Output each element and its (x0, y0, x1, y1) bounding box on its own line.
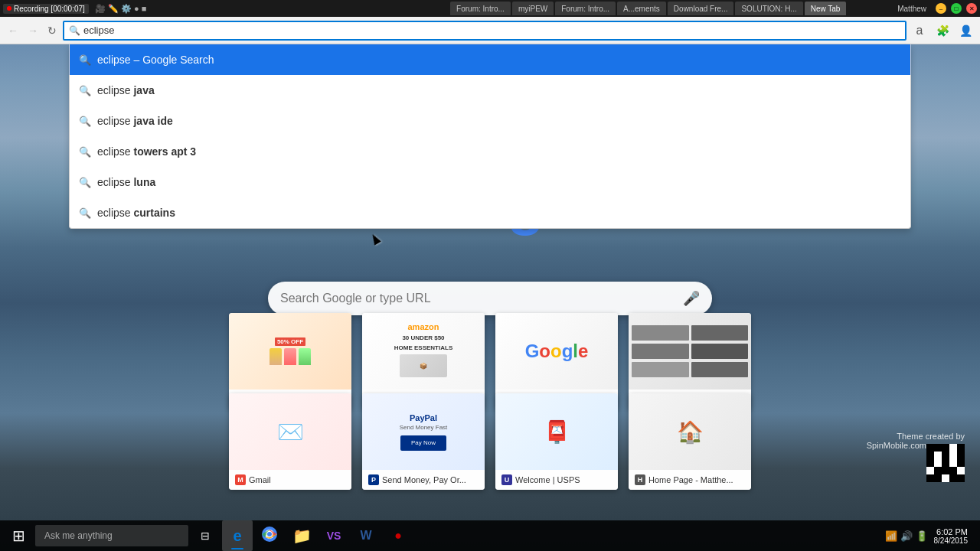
theme-credit-line2: SpinMobile.com (867, 441, 926, 450)
address-search-icon: 🔍 (69, 25, 80, 36)
vs-icon: VS (327, 530, 341, 542)
nav-bar: ← → ↻ 🔍 a 🧩 👤 (0, 17, 980, 44)
back-button[interactable]: ← (5, 21, 21, 40)
nav-right: a 🧩 👤 (910, 21, 975, 41)
theme-credit-line1: Theme created by (897, 432, 965, 441)
mic-button[interactable]: 🎤 (683, 290, 700, 307)
mv-thumbnail-paypal: PayPal Send Money Fast Pay Now (362, 393, 485, 470)
ac-text-3: eclipse java ide (97, 115, 901, 127)
taskbar: ⊞ ⊟ e 📁 VS W ● 📶 🔊 (0, 520, 980, 551)
reload-button[interactable]: ↻ (44, 21, 60, 40)
mv-thumbnail-electronics: 50% OFF (229, 313, 351, 390)
ac-text-1: eclipse – Google Search (97, 54, 901, 66)
autocomplete-item-6[interactable]: 🔍 eclipse curtains (70, 197, 910, 228)
tab-forum2[interactable]: Forum: Intro... (555, 2, 616, 15)
tab-download[interactable]: Download Fre... (668, 2, 734, 15)
ac-text-6: eclipse curtains (97, 207, 901, 219)
minimize-btn[interactable]: – (936, 3, 946, 14)
mv-label-paypal: Send Money, Pay Or... (382, 475, 466, 484)
tray-icon-volume[interactable]: 🔊 (900, 530, 913, 542)
mv-thumbnail-gmail: ✉️ (229, 393, 351, 470)
mv-label-home: Home Page - Matthe... (648, 475, 733, 484)
record-icon: ● (394, 529, 402, 543)
mv-paypal[interactable]: PayPal Send Money Fast Pay Now P Send Mo… (362, 393, 485, 490)
ac-text-4: eclipse towers apt 3 (97, 145, 901, 158)
word-icon: W (360, 529, 371, 543)
maximize-btn[interactable]: □ (951, 3, 962, 14)
close-btn[interactable]: ✕ (966, 3, 977, 14)
task-view-btn[interactable]: ⊟ (190, 520, 220, 551)
most-visited-row2: ✉️ M Gmail PayPal Send Money Fast Pay No… (229, 393, 751, 490)
mv-favicon-usps: U (501, 474, 512, 485)
mv-usps[interactable]: 📮 U Welcome | USPS (495, 393, 618, 490)
taskbar-app-record[interactable]: ● (383, 520, 413, 551)
edge-icon: e (233, 527, 241, 545)
taskbar-app-vs[interactable]: VS (318, 520, 349, 551)
mv-thumbnail-amazon: amazon 30 UNDER $50 HOME ESSENTIALS 📦 (362, 313, 485, 390)
search-icon-3: 🔍 (79, 116, 91, 127)
mv-label-gmail: Gmail (249, 475, 271, 484)
svg-point-3 (267, 532, 272, 536)
mv-thumbnail-google: G o o g l e (495, 313, 618, 390)
clock-time: 6:02 PM (934, 527, 969, 536)
forward-button[interactable]: → (24, 21, 41, 40)
username-label: Matthew (897, 5, 926, 13)
autocomplete-item-1[interactable]: 🔍 eclipse – Google Search (70, 44, 910, 75)
mv-thumbnail-usps: 📮 (495, 393, 618, 470)
address-input[interactable] (83, 24, 900, 36)
title-bar-left: Recording [00:00:07] 🎥 ✏️ ⚙️ ● ■ (3, 4, 450, 14)
mv-favicon-gmail: M (235, 474, 246, 485)
theme-credit: Theme created by SpinMobile.com (867, 432, 965, 482)
search-icon-1: 🔍 (79, 54, 91, 66)
address-bar-container: 🔍 (63, 21, 906, 41)
tab-myipew[interactable]: myiPEW (512, 2, 554, 15)
tray-icon-battery[interactable]: 🔋 (916, 530, 928, 542)
extensions-btn[interactable]: 🧩 (933, 21, 952, 41)
explorer-icon: 📁 (292, 527, 312, 545)
autocomplete-dropdown: 🔍 eclipse – Google Search 🔍 eclipse java… (69, 44, 911, 229)
mv-favicon-home: H (635, 474, 645, 485)
mv-homepage[interactable]: 🏠 H Home Page - Matthe... (629, 393, 751, 490)
amazon-icon-btn[interactable]: a (910, 21, 929, 41)
chrome-icon (262, 527, 277, 546)
search-icon-4: 🔍 (79, 146, 91, 158)
title-bar: Recording [00:00:07] 🎥 ✏️ ⚙️ ● ■ Forum: … (0, 0, 980, 17)
mv-thumbnail-home: 🏠 (629, 393, 751, 470)
tab-solution[interactable]: SOLUTION: H... (735, 2, 802, 15)
clock-date: 8/24/2015 (934, 536, 969, 545)
ac-text-2: eclipse java (97, 84, 901, 96)
mv-gmail[interactable]: ✉️ M Gmail (229, 393, 351, 490)
qr-code (926, 444, 965, 482)
start-button[interactable]: ⊞ (3, 520, 34, 551)
title-controls: Matthew – □ ✕ (897, 3, 977, 14)
taskbar-app-word[interactable]: W (351, 520, 381, 551)
autocomplete-item-4[interactable]: 🔍 eclipse towers apt 3 (70, 136, 910, 167)
account-btn[interactable]: 👤 (956, 21, 975, 41)
tab-newtab[interactable]: New Tab (805, 2, 847, 15)
taskbar-app-explorer[interactable]: 📁 (286, 520, 317, 551)
ac-text-5: eclipse luna (97, 176, 901, 188)
mv-favicon-paypal: P (368, 474, 379, 485)
mv-label-usps: Welcome | USPS (515, 475, 580, 484)
autocomplete-item-5[interactable]: 🔍 eclipse luna (70, 167, 910, 197)
search-icon-2: 🔍 (79, 85, 91, 96)
system-tray: 📶 🔊 🔋 6:02 PM 8/24/2015 (879, 526, 978, 546)
recording-badge: Recording [00:00:07] (3, 4, 89, 14)
search-icon-5: 🔍 (79, 177, 91, 188)
toolbar-icons: 🎥 ✏️ ⚙️ ● ■ (95, 4, 147, 14)
page-search-box: 🎤 (268, 282, 712, 315)
title-bar-tabs: Forum: Intro... myiPEW Forum: Intro... A… (450, 2, 897, 15)
tab-forum1[interactable]: Forum: Intro... (450, 2, 511, 15)
clock[interactable]: 6:02 PM 8/24/2015 (931, 526, 972, 546)
page-search-input[interactable] (280, 292, 683, 305)
rec-dot (7, 6, 11, 11)
mv-thumbnail-youtube (629, 313, 751, 390)
tray-icon-network[interactable]: 📶 (885, 530, 897, 542)
search-icon-6: 🔍 (79, 207, 91, 219)
taskbar-app-chrome[interactable] (254, 520, 285, 551)
tab-assessments[interactable]: A...ements (617, 2, 666, 15)
taskbar-app-edge[interactable]: e (222, 520, 253, 551)
autocomplete-item-3[interactable]: 🔍 eclipse java ide (70, 106, 910, 136)
autocomplete-item-2[interactable]: 🔍 eclipse java (70, 75, 910, 106)
taskbar-search-input[interactable] (35, 525, 188, 546)
